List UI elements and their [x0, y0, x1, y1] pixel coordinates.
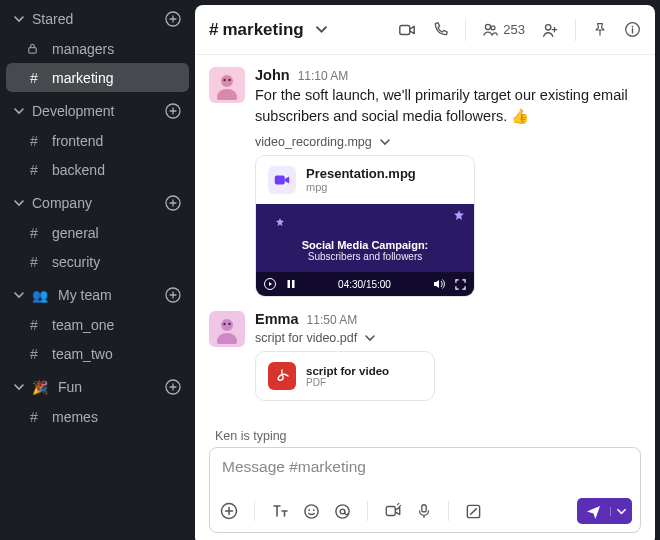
- hash-icon: #: [26, 254, 42, 270]
- avatar[interactable]: [209, 67, 245, 103]
- filename-label[interactable]: script for video.pdf: [255, 331, 357, 345]
- pdf-attachment[interactable]: script for video PDF: [255, 351, 435, 401]
- svg-rect-6: [400, 25, 410, 34]
- volume-icon[interactable]: [433, 278, 445, 290]
- svg-point-21: [217, 333, 237, 344]
- sidebar-section-header[interactable]: Stared: [0, 0, 195, 34]
- svg-point-28: [336, 504, 349, 517]
- info-icon[interactable]: [624, 21, 641, 38]
- divider: [465, 19, 466, 41]
- chevron-down-icon[interactable]: [380, 137, 390, 147]
- svg-point-8: [491, 26, 495, 30]
- attachment-title: Presentation.mpg: [306, 166, 416, 181]
- sidebar-section-header[interactable]: Development: [0, 92, 195, 126]
- plus-circle-icon[interactable]: [165, 379, 181, 395]
- video-time: 04:30/15:00: [306, 279, 423, 290]
- fullscreen-icon[interactable]: [455, 279, 466, 290]
- sidebar-item-managers[interactable]: managers: [6, 34, 189, 63]
- svg-point-13: [217, 89, 237, 100]
- channel-header: # marketing 253: [195, 5, 655, 55]
- typing-indicator: Ken is typing: [195, 429, 655, 447]
- author-name[interactable]: Emma: [255, 311, 299, 327]
- chevron-down-icon: [14, 198, 24, 208]
- pdf-icon: [268, 362, 296, 390]
- sidebar-item-team-two[interactable]: # team_two: [6, 339, 189, 368]
- message: John 11:10 AM For the soft launch, we'll…: [209, 67, 641, 297]
- send-options-icon[interactable]: [610, 507, 632, 516]
- video-icon[interactable]: [384, 502, 402, 520]
- lock-icon: [26, 42, 42, 55]
- video-title: Social Media Campaign:: [302, 239, 429, 251]
- sidebar-section-header[interactable]: Company: [0, 184, 195, 218]
- phone-call-icon[interactable]: [432, 21, 449, 38]
- plus-circle-icon[interactable]: [165, 195, 181, 211]
- plus-circle-icon[interactable]: [165, 287, 181, 303]
- sidebar-item-label: general: [52, 225, 99, 241]
- video-preview[interactable]: Social Media Campaign: Subscribers and f…: [256, 204, 474, 296]
- pin-icon[interactable]: [592, 22, 608, 38]
- microphone-icon[interactable]: [416, 503, 432, 519]
- formatting-icon[interactable]: [271, 502, 289, 520]
- send-button[interactable]: [577, 498, 632, 524]
- divider: [367, 501, 368, 521]
- member-count[interactable]: 253: [482, 21, 525, 38]
- video-call-icon[interactable]: [398, 21, 416, 39]
- channel-name[interactable]: # marketing: [209, 20, 327, 40]
- filename-label[interactable]: video_recording.mpg: [255, 135, 372, 149]
- author-name[interactable]: John: [255, 67, 290, 83]
- emoji-icon[interactable]: [303, 503, 320, 520]
- member-count-value: 253: [503, 22, 525, 37]
- chevron-down-icon: [316, 24, 327, 35]
- video-subtitle: Subscribers and followers: [308, 251, 423, 262]
- chevron-down-icon: [14, 290, 24, 300]
- shortcut-icon[interactable]: [465, 503, 482, 520]
- sidebar-section-header[interactable]: 👥 My team: [0, 276, 195, 310]
- sidebar-section-header[interactable]: 🎉 Fun: [0, 368, 195, 402]
- send-icon[interactable]: [577, 504, 610, 519]
- avatar[interactable]: [209, 311, 245, 347]
- add-member-icon[interactable]: [541, 21, 559, 39]
- svg-rect-16: [275, 176, 285, 185]
- hash-icon: #: [26, 162, 42, 178]
- sidebar-item-label: frontend: [52, 133, 103, 149]
- hash-icon: #: [26, 346, 42, 362]
- svg-point-11: [632, 26, 634, 28]
- sidebar-item-team-one[interactable]: # team_one: [6, 310, 189, 339]
- video-controls[interactable]: 04:30/15:00: [256, 272, 474, 296]
- svg-point-20: [221, 319, 233, 331]
- sidebar-item-general[interactable]: # general: [6, 218, 189, 247]
- svg-point-7: [486, 24, 491, 29]
- pdf-type: PDF: [306, 377, 389, 388]
- timestamp: 11:50 AM: [307, 313, 358, 327]
- hash-icon: #: [209, 20, 218, 40]
- plus-circle-icon[interactable]: [165, 103, 181, 119]
- play-icon[interactable]: [264, 278, 276, 290]
- sidebar-item-memes[interactable]: # memes: [6, 402, 189, 431]
- attachment-type: mpg: [306, 181, 416, 193]
- svg-point-15: [228, 79, 230, 81]
- pdf-title: script for video: [306, 365, 389, 377]
- video-attachment[interactable]: Presentation.mpg mpg Social Media Campai…: [255, 155, 475, 297]
- section-emoji: 🎉: [32, 380, 48, 395]
- svg-point-22: [223, 323, 225, 325]
- chevron-down-icon: [14, 14, 24, 24]
- svg-rect-31: [422, 505, 426, 512]
- pause-icon[interactable]: [286, 279, 296, 289]
- sidebar-item-frontend[interactable]: # frontend: [6, 126, 189, 155]
- section-title: Development: [32, 103, 157, 119]
- plus-circle-icon[interactable]: [165, 11, 181, 27]
- mention-icon[interactable]: [334, 503, 351, 520]
- message-list: John 11:10 AM For the soft launch, we'll…: [195, 55, 655, 429]
- plus-circle-icon[interactable]: [220, 502, 238, 520]
- sidebar-item-label: team_one: [52, 317, 114, 333]
- sidebar-item-backend[interactable]: # backend: [6, 155, 189, 184]
- sidebar-item-label: team_two: [52, 346, 113, 362]
- sidebar-item-marketing[interactable]: # marketing: [6, 63, 189, 92]
- divider: [448, 501, 449, 521]
- sidebar-item-security[interactable]: # security: [6, 247, 189, 276]
- section-emoji: 👥: [32, 288, 48, 303]
- sidebar-item-label: backend: [52, 162, 105, 178]
- compose-input[interactable]: Message #marketing: [210, 448, 640, 492]
- chevron-down-icon[interactable]: [365, 333, 375, 343]
- message-composer[interactable]: Message #marketing: [209, 447, 641, 533]
